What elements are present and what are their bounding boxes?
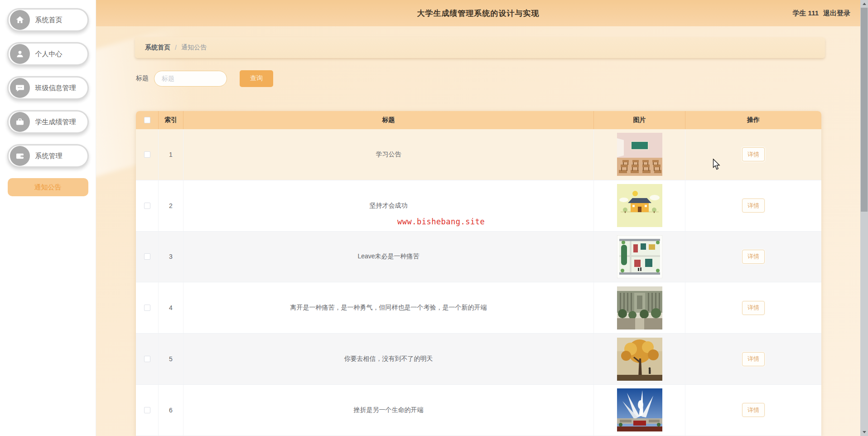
row-title: 坚持才会成功 — [183, 180, 594, 231]
row-checkbox[interactable] — [144, 203, 150, 209]
school-building-illustration[interactable] — [617, 184, 662, 227]
select-all-checkbox[interactable] — [144, 117, 150, 123]
page-title: 大学生成绩管理系统的设计与实现 — [96, 0, 860, 26]
logout-button[interactable]: 退出登录 — [823, 9, 850, 18]
row-title: 离开是一种痛苦，是一种勇气，但同样也是一个考验，是一个新的开端 — [183, 282, 594, 333]
detail-button[interactable]: 详情 — [742, 199, 765, 213]
table-row: 3 Leave未必是一种痛苦 — [136, 232, 821, 283]
classroom-photo[interactable] — [617, 133, 662, 176]
main-content: 系统首页 / 通知公告 标题 查询 索引 标题 图片 操作 1 学习公告 — [96, 26, 860, 436]
sidebar-item-label: 个人中心 — [35, 50, 63, 58]
column-header-title: 标题 — [183, 111, 594, 129]
sidebar-item-label: 班级信息管理 — [35, 84, 76, 92]
row-title: Leave未必是一种痛苦 — [183, 232, 594, 282]
sidebar-item-label: 系统管理 — [35, 152, 63, 160]
arrow-up-icon — [863, 3, 866, 5]
title-search-input[interactable] — [154, 71, 227, 87]
sidebar-item-grades[interactable]: 学生成绩管理 — [7, 110, 89, 134]
sidebar-item-home[interactable]: 系统首页 — [7, 8, 89, 32]
row-index: 2 — [159, 180, 183, 231]
row-checkbox[interactable] — [144, 356, 150, 362]
column-header-action: 操作 — [685, 111, 821, 129]
table-header-row: 索引 标题 图片 操作 — [136, 111, 821, 129]
sidebar-item-label: 学生成绩管理 — [35, 118, 76, 126]
table-row: 1 学习公告 — [136, 129, 821, 180]
breadcrumb-home-link[interactable]: 系统首页 — [145, 44, 170, 52]
sidebar-item-label: 系统首页 — [35, 16, 63, 24]
breadcrumb-current: 通知公告 — [181, 44, 207, 52]
table-row: 2 坚持才会成功 — [136, 180, 821, 232]
detail-button[interactable]: 详情 — [742, 352, 765, 366]
wing-sculpture-photo[interactable] — [617, 388, 662, 431]
home-icon — [10, 10, 30, 30]
chat-icon — [10, 78, 30, 98]
table-row: 4 离开是一种痛苦，是一种勇气，但同样也是一个考验，是一个新的开端 — [136, 282, 821, 334]
detail-button[interactable]: 详情 — [742, 403, 765, 417]
autumn-tree-photo[interactable] — [617, 338, 662, 381]
row-checkbox[interactable] — [144, 253, 150, 260]
scrollbar-thumb[interactable] — [861, 8, 868, 212]
row-index: 6 — [159, 385, 183, 436]
sidebar: 系统首页 个人中心 班级信息管理 学生成绩管理 系统管理 通知公告 — [0, 0, 96, 436]
vertical-scrollbar[interactable] — [860, 0, 868, 436]
user-icon — [10, 44, 30, 64]
table-row: 6 挫折是另一个生命的开端 — [136, 385, 821, 436]
row-checkbox[interactable] — [144, 151, 150, 158]
row-title: 挫折是另一个生命的开端 — [183, 385, 594, 436]
sidebar-item-system[interactable]: 系统管理 — [7, 144, 89, 168]
row-checkbox[interactable] — [144, 407, 150, 413]
app-header: 大学生成绩管理系统的设计与实现 学生 111 退出登录 — [96, 0, 860, 26]
detail-button[interactable]: 详情 — [742, 250, 765, 264]
scroll-down-button[interactable] — [860, 428, 868, 436]
row-index: 3 — [159, 232, 183, 282]
table-row: 5 你要去相信，没有到不了的明天 — [136, 334, 821, 385]
row-title: 学习公告 — [183, 129, 594, 180]
row-index: 5 — [159, 334, 183, 384]
scroll-up-button[interactable] — [860, 0, 868, 8]
sidebar-item-profile[interactable]: 个人中心 — [7, 42, 89, 66]
sidebar-item-class-info[interactable]: 班级信息管理 — [7, 76, 89, 100]
breadcrumb-separator: / — [175, 44, 177, 51]
breadcrumb: 系统首页 / 通知公告 — [135, 37, 825, 58]
notices-table: 索引 标题 图片 操作 1 学习公告 — [136, 111, 821, 436]
search-bar: 标题 查询 — [136, 70, 273, 87]
search-field-label: 标题 — [136, 74, 149, 82]
logged-in-user: 学生 111 — [792, 9, 819, 18]
briefcase-icon — [10, 112, 30, 132]
row-index: 4 — [159, 282, 183, 333]
sidebar-active-label: 通知公告 — [34, 183, 62, 192]
column-header-image: 图片 — [594, 111, 685, 129]
arrow-down-icon — [863, 431, 866, 433]
campus-map-illustration[interactable] — [617, 235, 662, 278]
row-checkbox[interactable] — [144, 305, 150, 311]
row-title: 你要去相信，没有到不了的明天 — [183, 334, 594, 384]
detail-button[interactable]: 详情 — [742, 147, 765, 161]
column-header-index: 索引 — [159, 111, 183, 129]
wallet-icon — [10, 146, 30, 166]
detail-button[interactable]: 详情 — [742, 301, 765, 315]
row-index: 1 — [159, 129, 183, 180]
campus-courtyard-photo[interactable] — [617, 286, 662, 329]
query-button[interactable]: 查询 — [240, 70, 273, 87]
sidebar-item-notices-active[interactable]: 通知公告 — [8, 178, 88, 196]
